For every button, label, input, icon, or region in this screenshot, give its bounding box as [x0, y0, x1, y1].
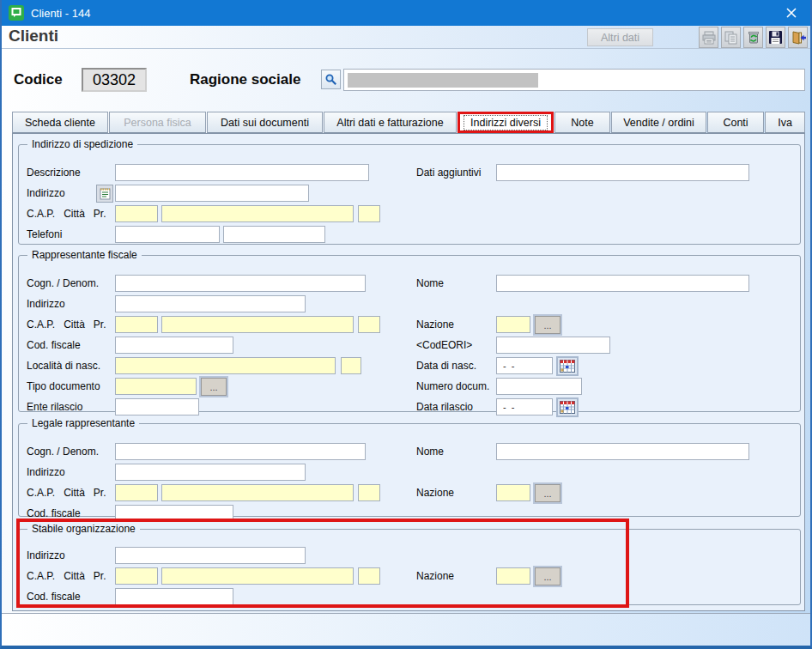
cap-input[interactable]: [115, 484, 158, 501]
tab-label: Persona fisica: [124, 117, 191, 129]
save-button[interactable]: [766, 27, 785, 48]
pr-input[interactable]: [358, 205, 380, 222]
nazione-input[interactable]: [496, 316, 530, 333]
data-nasc-input[interactable]: [496, 357, 553, 374]
cod-fiscale-input[interactable]: [115, 588, 233, 605]
form-row: Località di nasc. Data di nasc.: [19, 357, 800, 376]
citta-input[interactable]: [161, 205, 354, 222]
close-icon: [785, 7, 797, 19]
cap-citta-pr-label: C.A.P. Città Pr.: [27, 318, 106, 331]
copy-document-button[interactable]: [721, 27, 741, 48]
tipo-documento-input[interactable]: [115, 378, 197, 395]
tab-vendite-ordini[interactable]: Vendite / ordini: [611, 112, 706, 133]
tab-label: Iva: [778, 117, 792, 129]
cod-fiscale-input[interactable]: [115, 337, 233, 354]
app-window: Clienti - 144 Clienti Altri dati: [0, 0, 812, 649]
codeori-input[interactable]: [496, 337, 610, 354]
telefono2-input[interactable]: [223, 226, 325, 243]
nome-input[interactable]: [496, 275, 749, 292]
indirizzo-label: Indirizzo: [27, 298, 65, 310]
tab-altri-dati-e-fatturazione[interactable]: Altri dati e fatturazione: [324, 112, 457, 133]
dati-aggiuntivi-input[interactable]: [496, 164, 749, 181]
toolbar: [699, 27, 808, 48]
close-button[interactable]: [773, 0, 810, 26]
save-floppy-icon: [768, 30, 783, 45]
nazione-input[interactable]: [496, 484, 530, 501]
form-row: Indirizzo: [19, 464, 800, 482]
cap-input[interactable]: [115, 316, 158, 333]
tab-dati-sui-documenti[interactable]: Dati sui documenti: [207, 112, 323, 133]
data-nasc-label: Data di nasc.: [416, 360, 476, 372]
tab-iva[interactable]: Iva: [765, 112, 805, 133]
nazione-lookup-button[interactable]: ...: [535, 316, 561, 334]
pr-input[interactable]: [358, 316, 380, 333]
nazione-input[interactable]: [496, 567, 530, 585]
numero-docum-input[interactable]: [496, 378, 582, 395]
search-icon: [324, 73, 337, 86]
delete-button[interactable]: [743, 27, 763, 48]
telefono1-input[interactable]: [115, 226, 220, 243]
tipo-documento-lookup-button[interactable]: ...: [201, 378, 227, 396]
tab-label: Vendite / ordini: [623, 117, 694, 129]
form-row: Telefoni: [19, 226, 800, 245]
indirizzo-input[interactable]: [115, 464, 306, 481]
data-rilascio-calendar-button[interactable]: [556, 397, 579, 417]
redacted-company-name: [348, 73, 538, 88]
section-rappresentante-fiscale: Rappresentante fiscale Cogn. / Denom. No…: [18, 249, 801, 412]
ente-rilascio-input[interactable]: [115, 398, 199, 415]
search-button[interactable]: [321, 70, 341, 89]
tab-note[interactable]: Note: [554, 112, 610, 133]
citta-input[interactable]: [161, 484, 354, 501]
ragione-sociale-input[interactable]: [343, 69, 805, 91]
indirizzo-label: Indirizzo: [27, 466, 65, 478]
form-row: Ente rilascio Data rilascio: [19, 398, 800, 417]
altri-dati-button[interactable]: Altri dati: [587, 28, 653, 46]
calendar-icon: [560, 360, 575, 373]
codeori-label: <CodEORI>: [416, 339, 472, 351]
pr-input[interactable]: [358, 567, 380, 585]
tab-conti[interactable]: Conti: [707, 112, 764, 133]
indirizzo-input[interactable]: [115, 295, 306, 312]
indirizzo-spedizione-input[interactable]: [115, 185, 309, 202]
form-row: Descrizione Dati aggiuntivi: [19, 164, 800, 183]
pr-input[interactable]: [358, 484, 380, 501]
window-title: Clienti - 144: [31, 7, 90, 20]
data-nasc-calendar-button[interactable]: [556, 356, 579, 376]
cogn-denom-input[interactable]: [115, 275, 366, 292]
data-rilascio-input[interactable]: [496, 398, 553, 415]
descrizione-label: Descrizione: [27, 167, 81, 179]
nazione-lookup-button[interactable]: ...: [535, 567, 561, 585]
cogn-denom-input[interactable]: [115, 443, 366, 460]
indirizzo-input[interactable]: [115, 547, 306, 564]
form-row: C.A.P. Città Pr.: [19, 205, 800, 224]
exit-button[interactable]: [788, 27, 808, 48]
nome-input[interactable]: [496, 443, 749, 460]
citta-input[interactable]: [161, 316, 354, 333]
form-row: Cogn. / Denom. Nome: [19, 275, 800, 294]
print-button[interactable]: [699, 27, 718, 48]
nazione-lookup-button[interactable]: ...: [535, 484, 561, 502]
cod-fiscale-input[interactable]: [115, 505, 233, 522]
descrizione-input[interactable]: [115, 164, 369, 181]
form-row: Indirizzo: [19, 295, 800, 314]
notepad-button[interactable]: [96, 185, 113, 203]
tab-scheda-cliente[interactable]: Scheda cliente: [12, 112, 108, 133]
localita-nasc-label: Località di nasc.: [27, 360, 100, 372]
form-row: C.A.P. Città Pr. Nazione ...: [19, 484, 800, 503]
form-row: Indirizzo: [19, 547, 800, 566]
cap-citta-pr-label: C.A.P. Città Pr.: [27, 487, 106, 499]
citta-input[interactable]: [161, 567, 354, 585]
cogn-denom-label: Cogn. / Denom.: [27, 446, 99, 458]
tab-label: Altri dati e fatturazione: [336, 117, 443, 129]
cap-citta-pr-label: C.A.P. Città Pr.: [27, 570, 106, 582]
localita-nasc-pr-input[interactable]: [341, 357, 361, 374]
cap-input[interactable]: [115, 205, 158, 222]
form-row: Tipo documento ... Numero docum.: [19, 378, 800, 397]
data-rilascio-label: Data rilascio: [416, 401, 473, 413]
page-title: Clienti: [9, 27, 58, 45]
localita-nasc-input[interactable]: [115, 357, 336, 374]
tab-indirizzi-diversi[interactable]: Indirizzi diversi: [458, 112, 554, 133]
cap-input[interactable]: [115, 567, 158, 585]
section-legale-rappresentante: Legale rappresentante Cogn. / Denom. Nom…: [18, 417, 801, 517]
tab-label: Scheda cliente: [25, 117, 95, 129]
